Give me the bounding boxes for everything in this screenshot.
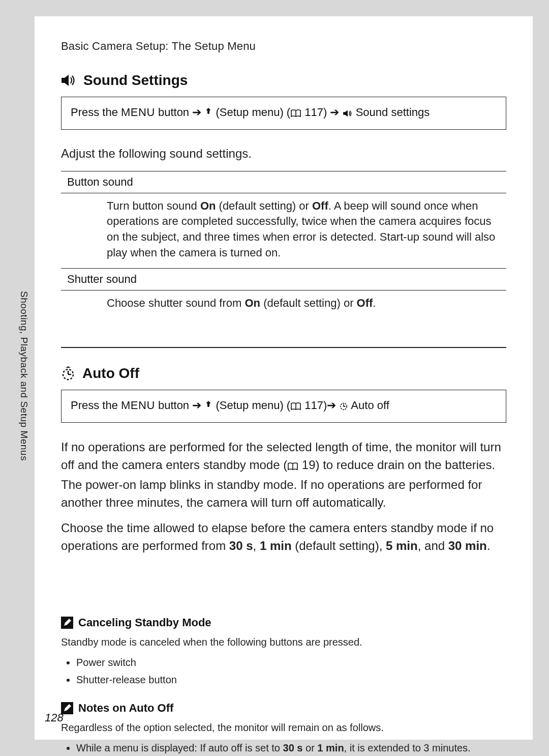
section-sound-settings: Sound Settings xyxy=(61,72,506,89)
page-ref: 117) xyxy=(301,106,330,119)
path-text: Sound settings xyxy=(353,106,430,119)
list-item: While a menu is displayed: If auto off i… xyxy=(76,739,506,756)
breadcrumb: Basic Camera Setup: The Setup Menu xyxy=(61,40,506,53)
path-text: Auto off xyxy=(348,399,389,412)
arrow-icon: ➔ xyxy=(327,399,336,412)
arrow-icon: ➔ xyxy=(192,399,201,412)
side-label: Shooting, Playback and Setup Menus xyxy=(18,291,29,461)
path-text: (Setup menu) ( xyxy=(212,399,290,412)
nav-path-sound: Press the MENU button ➔ (Setup menu) ( 1… xyxy=(61,97,506,130)
notes-section: Canceling Standby Mode Standby mode is c… xyxy=(61,616,506,756)
note-auto-off: Notes on Auto Off xyxy=(61,702,506,715)
menu-keyword: MENU xyxy=(121,399,155,412)
book-icon xyxy=(287,457,298,476)
autooff-paragraph-2: Choose the time allowed to elapse before… xyxy=(61,519,506,555)
wrench-icon xyxy=(204,399,212,415)
arrow-icon: ➔ xyxy=(330,106,339,119)
path-text: Press the xyxy=(71,106,121,119)
arrow-icon: ➔ xyxy=(192,106,201,119)
section-divider xyxy=(61,347,506,348)
nav-path-autooff: Press the MENU button ➔ (Setup menu) ( 1… xyxy=(61,390,506,423)
book-icon xyxy=(290,399,301,415)
note-title: Canceling Standby Mode xyxy=(78,616,211,629)
note-list: Power switch Shutter-release button xyxy=(61,654,506,688)
path-text: button xyxy=(155,106,192,119)
option-shutter-sound-body: Choose shutter sound from On (default se… xyxy=(61,290,506,318)
section-title-text: Auto Off xyxy=(82,365,139,382)
path-text: button xyxy=(155,399,192,412)
list-item: Shutter-release button xyxy=(76,671,506,688)
page-number: 128 xyxy=(45,711,64,724)
option-shutter-sound-head: Shutter sound xyxy=(61,269,506,290)
note-canceling-standby: Canceling Standby Mode xyxy=(61,616,506,629)
speaker-icon xyxy=(61,74,76,87)
speaker-icon xyxy=(343,106,353,122)
menu-keyword: MENU xyxy=(121,106,155,119)
book-icon xyxy=(290,106,301,122)
section-title-text: Sound Settings xyxy=(83,72,188,89)
auto-off-icon xyxy=(61,366,75,381)
wrench-icon xyxy=(204,106,212,122)
page-ref: 117) xyxy=(301,399,327,412)
section-auto-off: Auto Off xyxy=(61,365,506,382)
note-list: While a menu is displayed: If auto off i… xyxy=(61,739,506,756)
path-text: Press the xyxy=(71,399,121,412)
path-text: (Setup menu) ( xyxy=(212,106,290,119)
note-title: Notes on Auto Off xyxy=(78,702,173,715)
page: Basic Camera Setup: The Setup Menu Sound… xyxy=(35,16,533,740)
option-button-sound-head: Button sound xyxy=(61,171,506,193)
auto-off-icon xyxy=(339,399,348,415)
list-item: Power switch xyxy=(76,654,506,671)
options-table: Button sound Turn button sound On (defau… xyxy=(61,171,506,318)
pencil-note-icon xyxy=(61,617,73,629)
sound-lead: Adjust the following sound settings. xyxy=(61,145,506,163)
note-lead: Regardless of the option selected, the m… xyxy=(61,720,506,735)
option-button-sound-body: Turn button sound On (default setting) o… xyxy=(61,193,506,269)
note-lead: Standby mode is canceled when the follow… xyxy=(61,634,506,650)
autooff-paragraph-1: If no operations are performed for the s… xyxy=(61,438,506,512)
